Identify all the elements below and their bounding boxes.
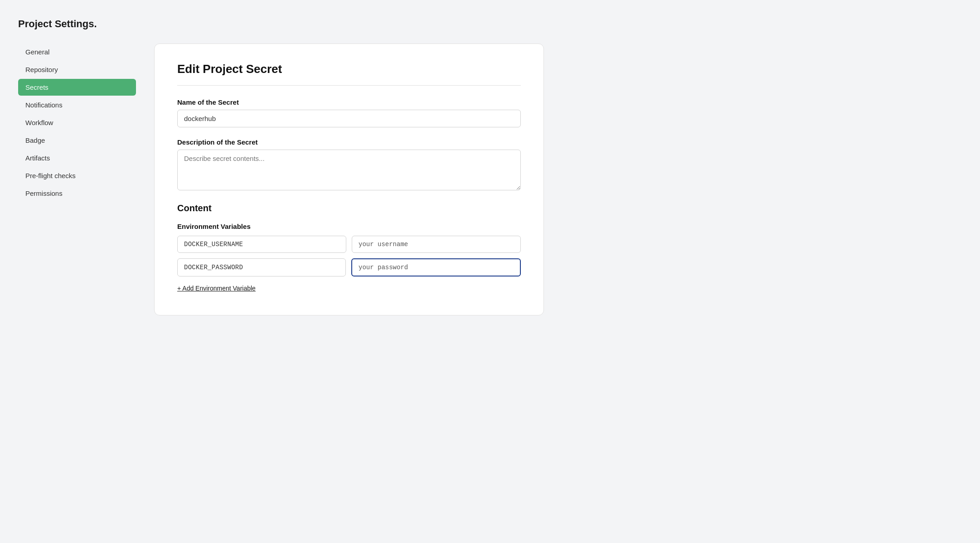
sidebar-item-artifacts[interactable]: Artifacts bbox=[18, 150, 136, 166]
sidebar-item-badge[interactable]: Badge bbox=[18, 132, 136, 149]
env-var-row-1 bbox=[177, 236, 521, 253]
sidebar-item-general[interactable]: General bbox=[18, 44, 136, 60]
description-textarea[interactable] bbox=[177, 150, 521, 190]
page-title: Project Settings. bbox=[18, 18, 962, 30]
sidebar-item-workflow[interactable]: Workflow bbox=[18, 114, 136, 131]
env-var-value-2[interactable] bbox=[351, 258, 521, 276]
name-section: Name of the Secret bbox=[177, 98, 521, 127]
divider bbox=[177, 85, 521, 86]
sidebar-item-repository[interactable]: Repository bbox=[18, 61, 136, 78]
sidebar-item-permissions[interactable]: Permissions bbox=[18, 185, 136, 202]
sidebar: General Repository Secrets Notifications… bbox=[18, 44, 136, 203]
form-title: Edit Project Secret bbox=[177, 62, 521, 76]
name-label: Name of the Secret bbox=[177, 98, 521, 106]
env-var-key-1[interactable] bbox=[177, 236, 346, 253]
description-label: Description of the Secret bbox=[177, 138, 521, 146]
sidebar-item-notifications[interactable]: Notifications bbox=[18, 97, 136, 113]
sidebar-item-preflight[interactable]: Pre-flight checks bbox=[18, 167, 136, 184]
env-vars-label: Environment Variables bbox=[177, 223, 521, 230]
env-var-row-2 bbox=[177, 258, 521, 276]
env-var-value-1[interactable] bbox=[352, 236, 521, 253]
sidebar-item-secrets[interactable]: Secrets bbox=[18, 79, 136, 96]
content-section: Content Environment Variables + Add Envi… bbox=[177, 203, 521, 292]
main-content: Edit Project Secret Name of the Secret D… bbox=[154, 44, 544, 315]
add-env-variable-link[interactable]: + Add Environment Variable bbox=[177, 285, 256, 292]
secret-name-input[interactable] bbox=[177, 110, 521, 127]
description-section: Description of the Secret bbox=[177, 138, 521, 192]
content-heading: Content bbox=[177, 203, 521, 213]
env-var-key-2[interactable] bbox=[177, 258, 346, 276]
